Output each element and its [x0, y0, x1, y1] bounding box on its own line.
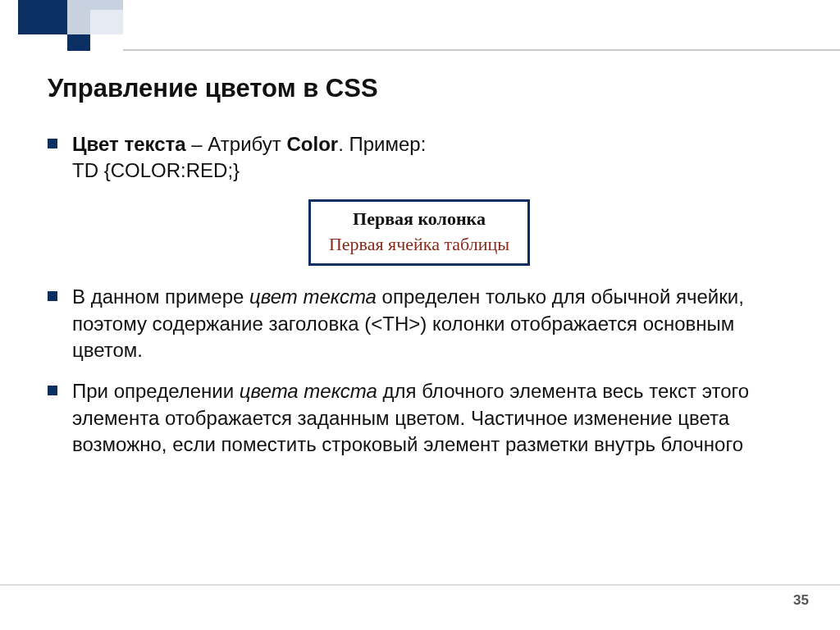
example-box-wrap: Первая колонка Первая ячейка таблицы [48, 199, 791, 266]
text-bold: Color [286, 133, 338, 155]
decoration-square [90, 10, 123, 34]
slide-title: Управление цветом в CSS [48, 74, 378, 103]
decoration-square [67, 34, 90, 51]
example-td: Первая ячейка таблицы [329, 232, 509, 257]
slide-content: Цвет текста – Атрибут Color. Пример: TD … [48, 131, 791, 473]
code-text: ;} [227, 159, 240, 181]
example-th: Первая колонка [329, 207, 509, 231]
bullet-item: При определении цвета текста для блочног… [48, 378, 791, 458]
bullet-text: При определении цвета текста для блочног… [72, 378, 791, 458]
code-text: RED [186, 159, 228, 181]
bullet-item: В данном примере цвет текста определен т… [48, 284, 791, 363]
code-text: TD {COLOR: [72, 159, 186, 181]
text-italic: цвета текста [240, 380, 377, 402]
bullet-text: Цвет текста – Атрибут Color. Пример: TD … [72, 131, 791, 185]
text-bold: Цвет текста [72, 133, 186, 155]
header-rule [123, 49, 840, 51]
bullet-marker-icon [48, 291, 57, 301]
text: При определении [72, 380, 240, 402]
bullet-text: В данном примере цвет текста определен т… [72, 284, 791, 363]
bullet-marker-icon [48, 139, 57, 148]
example-table-box: Первая колонка Первая ячейка таблицы [308, 199, 530, 266]
bullet-marker-icon [48, 386, 57, 395]
page-number: 35 [793, 592, 809, 609]
decoration-square [18, 0, 67, 34]
decoration-square [67, 0, 90, 34]
text: . Пример: [338, 133, 426, 155]
text: – Атрибут [186, 133, 287, 155]
text: В данном примере [72, 285, 249, 308]
bullet-item: Цвет текста – Атрибут Color. Пример: TD … [48, 131, 791, 185]
slide: Управление цветом в CSS Цвет текста – Ат… [0, 0, 840, 630]
decoration-square [90, 0, 123, 10]
footer-rule [0, 584, 840, 586]
text-italic: цвет текста [249, 285, 377, 308]
